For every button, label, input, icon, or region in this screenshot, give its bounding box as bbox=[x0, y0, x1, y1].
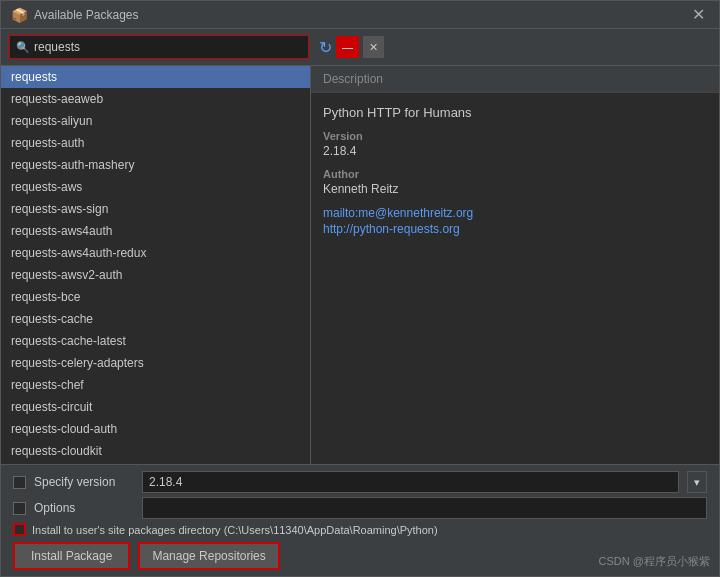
refresh-icon[interactable]: ↻ bbox=[319, 38, 332, 57]
website-link[interactable]: http://python-requests.org bbox=[323, 222, 707, 236]
specify-version-label: Specify version bbox=[34, 475, 134, 489]
version-value: 2.18.4 bbox=[323, 144, 707, 158]
description-panel: Description Python HTTP for Humans Versi… bbox=[311, 66, 719, 464]
description-header: Description bbox=[311, 66, 719, 93]
author-label: Author bbox=[323, 168, 707, 180]
package-item[interactable]: requests-cloud-auth bbox=[1, 418, 310, 440]
specify-version-checkbox[interactable] bbox=[13, 476, 26, 489]
package-item[interactable]: requests-aliyun bbox=[1, 110, 310, 132]
package-item[interactable]: requests-bce bbox=[1, 286, 310, 308]
package-item[interactable]: requests-auth-mashery bbox=[1, 154, 310, 176]
search-bar: 🔍 ↻ — ✕ bbox=[1, 29, 719, 66]
package-item[interactable]: requests-aws bbox=[1, 176, 310, 198]
package-item[interactable]: requests-aws4auth-redux bbox=[1, 242, 310, 264]
options-row: Options bbox=[13, 497, 707, 519]
search-icon: 🔍 bbox=[16, 41, 30, 54]
close-button[interactable]: ✕ bbox=[688, 5, 709, 25]
author-value: Kenneth Reitz bbox=[323, 182, 707, 196]
package-item[interactable]: requests-aeaweb bbox=[1, 88, 310, 110]
install-path-checkbox[interactable] bbox=[13, 523, 26, 536]
options-input[interactable] bbox=[142, 497, 707, 519]
version-label: Version bbox=[323, 130, 707, 142]
package-item[interactable]: requests-cloudkit bbox=[1, 440, 310, 462]
specify-version-dropdown[interactable]: ▾ bbox=[687, 471, 707, 493]
package-item[interactable]: requests-circuit bbox=[1, 396, 310, 418]
search-cancel-btn[interactable]: — bbox=[336, 36, 359, 58]
window-title: Available Packages bbox=[34, 8, 139, 22]
options-checkbox[interactable] bbox=[13, 502, 26, 515]
package-list: requests requests-aeaweb requests-aliyun… bbox=[1, 66, 310, 464]
package-item[interactable]: requests-cache-latest bbox=[1, 330, 310, 352]
install-package-button[interactable]: Install Package bbox=[13, 542, 130, 570]
specify-version-input[interactable] bbox=[142, 471, 679, 493]
email-link[interactable]: mailto:me@kennethreitz.org bbox=[323, 206, 707, 220]
search-input-wrapper: 🔍 bbox=[9, 35, 309, 59]
available-packages-window: 📦 Available Packages ✕ 🔍 ↻ — ✕ requests … bbox=[0, 0, 720, 577]
package-item[interactable]: requests-auth bbox=[1, 132, 310, 154]
package-item[interactable]: requests bbox=[1, 66, 310, 88]
install-path-row: Install to user's site packages director… bbox=[13, 523, 707, 536]
content-area: requests requests-aeaweb requests-aliyun… bbox=[1, 66, 719, 464]
install-path-label: Install to user's site packages director… bbox=[32, 524, 438, 536]
package-item[interactable]: requests-awsv2-auth bbox=[1, 264, 310, 286]
description-content: Python HTTP for Humans Version 2.18.4 Au… bbox=[311, 93, 719, 464]
package-icon: 📦 bbox=[11, 7, 28, 23]
desc-title: Python HTTP for Humans bbox=[323, 105, 707, 120]
package-item[interactable]: requests-chef bbox=[1, 374, 310, 396]
options-label: Options bbox=[34, 501, 134, 515]
search-clear-btn[interactable]: ✕ bbox=[363, 36, 384, 58]
search-actions: ↻ — ✕ bbox=[315, 36, 384, 58]
package-item[interactable]: requests-aws-sign bbox=[1, 198, 310, 220]
search-input[interactable] bbox=[34, 40, 302, 54]
package-item[interactable]: requests-celery-adapters bbox=[1, 352, 310, 374]
package-item[interactable]: requests-cache bbox=[1, 308, 310, 330]
title-bar: 📦 Available Packages ✕ bbox=[1, 1, 719, 29]
package-item[interactable]: requests-aws4auth bbox=[1, 220, 310, 242]
specify-version-row: Specify version ▾ bbox=[13, 471, 707, 493]
manage-repositories-button[interactable]: Manage Repositories bbox=[138, 542, 279, 570]
watermark: CSDN @程序员小猴紫 bbox=[599, 554, 710, 569]
package-list-panel: requests requests-aeaweb requests-aliyun… bbox=[1, 66, 311, 464]
title-bar-left: 📦 Available Packages bbox=[11, 7, 139, 23]
